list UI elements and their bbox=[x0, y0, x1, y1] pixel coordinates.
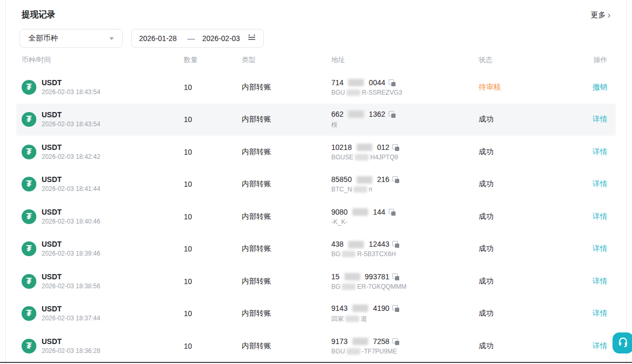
address-cell: 43812443 BGR-5B3TCX6H bbox=[331, 240, 479, 258]
address-cell: 10218012 BGUSEH4JPTQ9 bbox=[331, 143, 479, 161]
date-separator: — bbox=[184, 34, 198, 43]
subline-suffix: R-5B3TCX6H bbox=[357, 250, 396, 258]
coin-name: USDT bbox=[42, 110, 100, 119]
type-cell: 内部转账 bbox=[242, 341, 331, 351]
row-time: 2026-02-03 18:43:54 bbox=[42, 88, 100, 96]
address-subline: BTC_Nn bbox=[331, 186, 479, 193]
subline-suffix: n bbox=[369, 186, 372, 193]
status-cell: 成功 bbox=[479, 244, 589, 254]
address-subline: BGR-5B3TCX6H bbox=[331, 250, 479, 258]
status-cell: 成功 bbox=[479, 277, 589, 286]
tether-icon: ₮ bbox=[22, 209, 36, 224]
type-cell: 内部转账 bbox=[242, 277, 331, 286]
address-prefix: 438 bbox=[331, 240, 343, 249]
address-subline: -K_K- bbox=[331, 218, 479, 226]
copy-icon[interactable] bbox=[392, 241, 399, 248]
status-cell: 成功 bbox=[479, 341, 589, 351]
address-subline: 回家道 bbox=[331, 315, 479, 323]
tether-icon: ₮ bbox=[22, 177, 36, 191]
address-suffix: 993781 bbox=[365, 272, 390, 281]
type-cell: 内部转账 bbox=[242, 147, 331, 157]
coin-select[interactable]: 全部币种 bbox=[19, 29, 123, 48]
tether-icon: ₮ bbox=[22, 339, 36, 353]
subline-prefix: BGU bbox=[331, 348, 345, 355]
row-time: 2026-02-03 18:42:42 bbox=[42, 153, 100, 161]
copy-icon[interactable] bbox=[392, 338, 399, 345]
table-header-row: 币种/时间 数量 类型 地址 状态 操作 bbox=[16, 53, 616, 67]
action-link[interactable]: 撤销 bbox=[592, 83, 607, 91]
subline-prefix: -K_K- bbox=[331, 218, 348, 226]
coin-name: USDT bbox=[42, 78, 100, 87]
action-link[interactable]: 详情 bbox=[592, 309, 607, 317]
subline-redacted-blur bbox=[342, 251, 355, 257]
action-link[interactable]: 详情 bbox=[592, 115, 607, 123]
coin-name: USDT bbox=[42, 208, 100, 217]
status-cell: 成功 bbox=[479, 212, 589, 221]
copy-icon[interactable] bbox=[392, 305, 399, 312]
subline-redacted-blur bbox=[347, 348, 360, 355]
action-link[interactable]: 详情 bbox=[592, 147, 607, 156]
coin-time-cell: ₮ USDT 2026-02-03 18:43:54 bbox=[22, 110, 184, 128]
row-time: 2026-02-03 18:40:46 bbox=[42, 218, 100, 226]
subline-suffix: R-SSREZVG3 bbox=[362, 89, 402, 96]
action-link[interactable]: 详情 bbox=[592, 179, 607, 188]
date-start-value[interactable]: 2026-01-28 bbox=[139, 34, 180, 43]
date-range-picker[interactable]: 2026-01-28 — 2026-02-03 bbox=[131, 29, 264, 48]
date-end-value[interactable]: 2026-02-03 bbox=[202, 34, 243, 43]
copy-icon[interactable] bbox=[392, 176, 399, 183]
customer-support-button[interactable] bbox=[613, 332, 632, 353]
status-cell: 待审核 bbox=[479, 83, 589, 92]
address-prefix: 85850 bbox=[331, 175, 352, 184]
subline-prefix: BGUSE bbox=[331, 154, 353, 161]
address-suffix: 216 bbox=[377, 175, 389, 184]
records-table: 币种/时间 数量 类型 地址 状态 操作 ₮ USDT 2026-02-03 1… bbox=[16, 53, 616, 362]
tether-icon: ₮ bbox=[22, 145, 36, 159]
copy-icon[interactable] bbox=[389, 209, 396, 216]
copy-icon[interactable] bbox=[389, 79, 396, 86]
panel-header: 提现记录 更多 › bbox=[16, 9, 616, 21]
header-status: 状态 bbox=[479, 55, 589, 65]
table-row: ₮ USDT 2026-02-03 18:38:56 10 内部转账 15993… bbox=[16, 265, 616, 298]
amount-cell: 10 bbox=[184, 309, 242, 318]
coin-time-cell: ₮ USDT 2026-02-03 18:38:56 bbox=[22, 272, 184, 290]
action-link[interactable]: 详情 bbox=[592, 212, 607, 220]
amount-cell: 10 bbox=[184, 245, 242, 253]
address-prefix: 9080 bbox=[331, 208, 348, 217]
subline-prefix: BGU bbox=[331, 89, 345, 96]
tether-icon: ₮ bbox=[22, 306, 36, 321]
header-amount: 数量 bbox=[184, 55, 242, 65]
copy-icon[interactable] bbox=[392, 144, 399, 151]
action-link[interactable]: 详情 bbox=[592, 277, 607, 285]
type-cell: 内部转账 bbox=[242, 212, 331, 221]
subline-prefix: 桜 bbox=[331, 120, 338, 129]
table-row: ₮ USDT 2026-02-03 18:43:54 10 内部转账 66213… bbox=[16, 104, 616, 136]
coin-time-cell: ₮ USDT 2026-02-03 18:42:42 bbox=[22, 143, 184, 161]
status-cell: 成功 bbox=[479, 179, 589, 189]
row-time: 2026-02-03 18:43:54 bbox=[42, 120, 100, 128]
action-link[interactable]: 详情 bbox=[592, 341, 607, 350]
table-row: ₮ USDT 2026-02-03 18:37:44 10 内部转账 91434… bbox=[16, 298, 616, 330]
subline-suffix: -TF7PU9ME bbox=[362, 348, 397, 355]
copy-icon[interactable] bbox=[392, 274, 399, 280]
address-prefix: 9143 bbox=[331, 304, 348, 313]
coin-time-cell: ₮ USDT 2026-02-03 18:43:54 bbox=[22, 78, 184, 96]
chevron-right-icon: › bbox=[608, 11, 610, 19]
address-subline: BGER-7GKQQMMM bbox=[331, 283, 479, 290]
address-cell: 7140044 BGUR-SSREZVG3 bbox=[331, 78, 479, 96]
header-type: 类型 bbox=[242, 55, 331, 65]
address-redacted-blur bbox=[348, 79, 364, 86]
address-suffix: 4190 bbox=[373, 304, 389, 313]
subline-prefix: BG bbox=[331, 250, 340, 258]
row-time: 2026-02-03 18:36:28 bbox=[42, 347, 100, 355]
address-subline: 桜 bbox=[331, 120, 479, 129]
header-coin-time: 币种/时间 bbox=[22, 55, 184, 65]
more-button[interactable]: 更多 › bbox=[591, 11, 610, 20]
action-link[interactable]: 详情 bbox=[592, 244, 607, 252]
row-time: 2026-02-03 18:38:56 bbox=[42, 282, 100, 290]
copy-icon[interactable] bbox=[389, 111, 396, 118]
subline-redacted-blur bbox=[345, 316, 359, 322]
calendar-icon[interactable] bbox=[248, 34, 256, 44]
address-redacted-blur bbox=[352, 338, 368, 345]
subline-redacted-blur bbox=[355, 154, 369, 160]
subline-prefix: 回家 bbox=[331, 315, 344, 323]
